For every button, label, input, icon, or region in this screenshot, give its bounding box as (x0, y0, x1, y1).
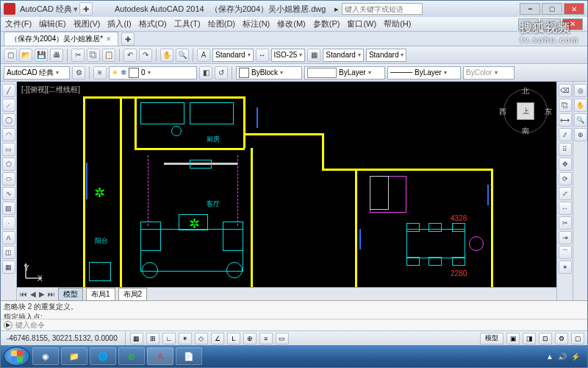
tray-battery-icon[interactable]: ⚡ (571, 353, 580, 361)
viewport-label[interactable]: [-][俯视][二维线框] (21, 85, 80, 95)
tray-flag-icon[interactable]: ▲ (546, 353, 553, 361)
dimstyle-select[interactable]: ISO-25 (271, 49, 306, 62)
save-icon[interactable]: 💾 (35, 49, 48, 62)
tablestyle-select[interactable]: Standard (323, 49, 364, 62)
cut-icon[interactable]: ✂ (71, 49, 85, 62)
copy-icon[interactable]: ⿻ (87, 49, 100, 62)
copy-tool[interactable]: ⿻ (559, 99, 572, 112)
menu-tools[interactable]: 工具(T) (174, 18, 201, 29)
close-button[interactable] (564, 3, 584, 15)
lwt-toggle[interactable]: ≡ (259, 333, 273, 344)
menu-insert[interactable]: 插入(I) (107, 18, 131, 29)
tool-a-icon[interactable]: A (197, 49, 210, 62)
rotate-tool[interactable]: ⟳ (559, 172, 572, 185)
minimize-button[interactable] (520, 3, 540, 15)
status-tool[interactable]: ⚙ (555, 333, 568, 344)
tab-layout1[interactable]: 布局1 (86, 288, 115, 301)
cmd-gear-icon[interactable]: ▶ (4, 321, 12, 330)
navcube-east[interactable]: 东 (545, 107, 552, 117)
orbit-icon[interactable]: ⊕ (574, 128, 587, 141)
array-tool[interactable]: ⠿ (559, 143, 572, 156)
status-tool[interactable]: ⊡ (539, 333, 552, 344)
tbl-icon[interactable]: ▦ (307, 49, 320, 62)
maximize-button[interactable] (542, 3, 562, 15)
erase-tool[interactable]: ⌫ (559, 84, 572, 97)
layer-select[interactable]: ☀❄0 (109, 66, 197, 79)
menu-modify[interactable]: 修改(M) (277, 18, 306, 29)
view-cube[interactable]: 上 北 南 东 西 (502, 88, 549, 135)
stretch-tool[interactable]: ↔ (559, 202, 572, 215)
start-button[interactable] (4, 347, 30, 366)
viewcube-top[interactable]: 上 (517, 102, 534, 120)
dim-icon[interactable]: ↔ (256, 49, 269, 62)
tab-first-icon[interactable]: ⏮ (20, 290, 27, 298)
ellipse-tool[interactable]: ⬭ (2, 172, 15, 185)
print-icon[interactable]: 🖶 (50, 49, 63, 62)
menu-dim[interactable]: 标注(N) (243, 18, 270, 29)
circle-tool[interactable]: ◯ (2, 113, 15, 127)
spline-tool[interactable]: ∿ (2, 187, 15, 200)
pan-icon[interactable]: ✋ (160, 49, 173, 62)
polygon-tool[interactable]: ⬠ (2, 158, 15, 171)
textstyle-select[interactable]: Standard (212, 49, 254, 62)
offset-tool[interactable]: ⫽ (559, 128, 572, 141)
color-select[interactable]: ByBlock (236, 66, 302, 79)
mleader-select[interactable]: Standard (366, 49, 407, 62)
line-tool[interactable]: ╱ (2, 84, 15, 97)
tray-net-icon[interactable]: 🔊 (558, 353, 567, 361)
ortho-toggle[interactable]: ∟ (162, 333, 176, 344)
steering-wheel-icon[interactable]: ◎ (574, 84, 587, 97)
taskbar-acad[interactable]: A (147, 347, 173, 365)
layer-prop-icon[interactable]: ≡ (93, 66, 107, 79)
menu-help[interactable]: 帮助(H) (384, 18, 411, 29)
system-tray[interactable]: ▲ 🔊 ⚡ (546, 353, 584, 361)
mirror-tool[interactable]: ⟷ (559, 113, 572, 127)
explode-tool[interactable]: ✶ (559, 261, 572, 274)
model-paper-toggle[interactable]: 模型 (480, 333, 503, 344)
open-icon[interactable]: 📂 (19, 49, 32, 62)
plotstyle-select[interactable]: ByColor (463, 66, 514, 79)
tab-last-icon[interactable]: ⏭ (48, 290, 55, 298)
taskbar-app[interactable]: 🌐 (90, 347, 116, 365)
move-tool[interactable]: ✥ (559, 158, 572, 171)
menu-file[interactable]: 文件(F) (5, 18, 32, 29)
qat-btn[interactable]: ✚ (79, 2, 93, 15)
tab-next-icon[interactable]: ▶ (39, 290, 45, 298)
menu-format[interactable]: 格式(O) (139, 18, 167, 29)
scale-tool[interactable]: ⤢ (559, 187, 572, 200)
help-search-input[interactable] (342, 3, 423, 15)
menu-window[interactable]: 窗口(W) (347, 18, 376, 29)
taskbar-app[interactable]: ◍ (118, 347, 145, 365)
otrack-toggle[interactable]: ∠ (211, 333, 224, 344)
pline-tool[interactable]: ⟋ (2, 99, 15, 112)
taskbar-app[interactable]: 📄 (176, 347, 202, 365)
block-tool[interactable]: ◫ (2, 246, 15, 259)
hatch-tool[interactable]: ▨ (2, 202, 15, 215)
status-tool[interactable]: ◨ (523, 333, 536, 344)
trim-tool[interactable]: ✂ (559, 216, 572, 230)
fillet-tool[interactable]: ⌒ (559, 246, 572, 259)
navcube-south[interactable]: 南 (522, 126, 529, 136)
grid-toggle[interactable]: ⊞ (146, 333, 159, 344)
menu-param[interactable]: 参数(P) (313, 18, 340, 29)
gear-icon[interactable]: ⚙ (72, 66, 85, 79)
paste-icon[interactable]: 📋 (102, 49, 115, 62)
zoom-nav-icon[interactable]: 🔍 (574, 113, 587, 127)
ducs-toggle[interactable]: L (227, 333, 240, 344)
osnap-toggle[interactable]: ◇ (195, 333, 208, 344)
drawing-canvas[interactable]: 厨房 客厅 ✲ 阳台 ✲ (17, 82, 556, 287)
snap-toggle[interactable]: ▦ (130, 333, 143, 344)
tab-model[interactable]: 模型 (58, 288, 83, 301)
qp-toggle[interactable]: ▭ (276, 333, 289, 344)
pan-nav-icon[interactable]: ✋ (574, 99, 587, 112)
menu-draw[interactable]: 绘图(D) (208, 18, 235, 29)
navcube-north[interactable]: 北 (522, 86, 529, 96)
lineweight-select[interactable]: ByLayer (387, 66, 461, 79)
layer-iso-icon[interactable]: ◧ (199, 66, 212, 79)
zoom-icon[interactable]: 🔍 (176, 49, 189, 62)
tab-prev-icon[interactable]: ◀ (30, 290, 36, 298)
menu-edit[interactable]: 编辑(E) (39, 18, 66, 29)
status-tool[interactable]: ▣ (506, 333, 520, 344)
new-icon[interactable]: ▢ (4, 49, 17, 62)
table-tool[interactable]: ▦ (2, 261, 15, 274)
